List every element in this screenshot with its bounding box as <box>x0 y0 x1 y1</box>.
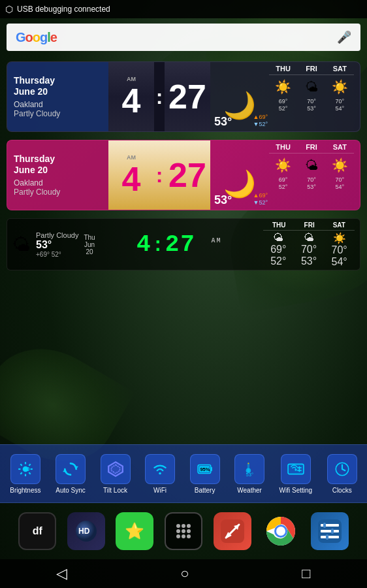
svg-rect-52 <box>323 523 326 528</box>
widget1-weather-temp: 🌙 53° ▲69° ▼52° <box>210 62 269 131</box>
brightness-icon: 10 <box>17 461 34 478</box>
dock-app-chrome[interactable] <box>262 512 300 550</box>
weather-label: Weather <box>237 487 262 494</box>
widget1-divider: : <box>154 62 165 131</box>
nav-bar: ◁ ○ □ <box>0 559 367 588</box>
svg-rect-50 <box>321 530 339 532</box>
weather-widget-dark[interactable]: Thursday June 20 Oakland Partly Cloudy A… <box>7 61 360 132</box>
svg-point-33 <box>187 524 191 528</box>
widget3-forecast: THU FRI SAT 🌤69°52° 🌤70°53° ☀️70°54° <box>263 221 355 268</box>
home-button[interactable]: ○ <box>167 560 202 587</box>
svg-line-5 <box>20 464 22 465</box>
status-bar-text: USB debugging connected <box>17 5 110 14</box>
toolbar-clocks[interactable]: Clocks <box>327 454 357 494</box>
dock-app-df[interactable]: df <box>18 512 56 550</box>
widget2-left: Thursday June 20 Oakland Partly Cloudy <box>7 140 108 210</box>
svg-line-28 <box>342 469 345 470</box>
chrome-icon <box>265 515 296 547</box>
tiltlock-label: Tilt Lock <box>103 487 127 494</box>
mic-icon[interactable]: 🎤 <box>337 30 351 44</box>
dock-app-hd[interactable]: HD <box>67 512 105 550</box>
clocks-icon-wrap <box>327 454 357 484</box>
battery-icon-wrap: 95% <box>190 454 220 484</box>
svg-marker-11 <box>63 469 67 472</box>
bottom-toolbar: 10 Brightness Auto Sync <box>0 444 367 503</box>
weather-icon-wrap: 53° <box>234 454 264 484</box>
weather-toolbar-icon: 53° <box>241 461 258 478</box>
battery-icon: 95% <box>197 461 214 478</box>
wifsetting-label: Wifi Setting <box>279 487 313 494</box>
toolbar-autosync[interactable]: Auto Sync <box>56 454 86 494</box>
google-logo: Google <box>16 30 57 45</box>
tiltlock-icon-wrap <box>101 454 131 484</box>
widget2-desc: Partly Cloudy <box>14 188 102 197</box>
svg-point-36 <box>187 529 191 533</box>
svg-text:53°: 53° <box>246 471 253 477</box>
dock-app-rocket[interactable] <box>214 512 251 550</box>
autosync-icon-wrap <box>56 454 86 484</box>
svg-text:10: 10 <box>24 465 30 472</box>
widget1-minute-block: 27 <box>165 62 210 131</box>
svg-point-39 <box>187 534 191 538</box>
toolbar-tiltlock[interactable]: Tilt Lock <box>101 454 131 494</box>
usb-icon: ⬡ <box>5 4 13 14</box>
dock-allapps[interactable] <box>165 512 202 550</box>
hd-icon: HD <box>74 519 98 543</box>
widget1-hour-block: AM 4 <box>108 62 154 131</box>
autosync-icon <box>62 461 79 478</box>
status-bar: ⬡ USB debugging connected <box>0 0 367 18</box>
widget3-hour: 4 <box>136 231 152 258</box>
svg-rect-54 <box>326 534 328 540</box>
toolbar-battery[interactable]: 95% Battery <box>190 454 220 494</box>
svg-rect-14 <box>210 466 212 471</box>
svg-point-31 <box>176 524 180 528</box>
weather-widget-pink[interactable]: Thursday June 20 Oakland Partly Cloudy A… <box>7 140 360 210</box>
widget1-day: Thursday June 20 <box>14 75 102 97</box>
widgets-container: Thursday June 20 Oakland Partly Cloudy A… <box>0 56 367 276</box>
svg-point-35 <box>182 529 185 533</box>
back-button[interactable]: ◁ <box>43 560 80 587</box>
svg-point-37 <box>176 534 180 538</box>
dock-app-star[interactable]: ⭐ <box>116 512 153 550</box>
widget1-desc: Partly Cloudy <box>14 109 102 118</box>
widget2-divider: : <box>154 140 165 210</box>
star-icon: ⭐ <box>125 522 144 540</box>
toolbar-wifsetting[interactable]: Wifi Setting <box>279 454 313 494</box>
clocks-icon <box>334 461 351 478</box>
widget2-city: Oakland <box>14 178 102 188</box>
widget2-weather-temp: 🌙 53° ▲69° ▼52° <box>210 140 269 210</box>
toolbar-weather[interactable]: 53° Weather <box>234 454 264 494</box>
wifsetting-icon-wrap <box>281 454 311 484</box>
widget1-forecast: THU FRI SAT ☀️ 🌤 ☀️ 69°52° 70°53° 70°54° <box>269 62 354 131</box>
widget2-day: Thursday June 20 <box>14 154 102 176</box>
svg-rect-51 <box>321 536 339 538</box>
widget3-date: Thu Jun 20 <box>84 234 95 255</box>
svg-line-6 <box>29 472 30 474</box>
dock-app-settings[interactable] <box>311 512 349 550</box>
svg-point-32 <box>182 524 185 528</box>
svg-rect-19 <box>247 463 249 464</box>
allapps-icon <box>173 521 194 542</box>
widget2-forecast: THU FRI SAT ☀️ 🌤 ☀️ 69°52° 70°53° 70°54° <box>269 140 354 210</box>
svg-point-12 <box>159 472 161 474</box>
battery-label: Battery <box>195 487 215 494</box>
svg-line-7 <box>20 472 22 474</box>
svg-point-22 <box>295 468 296 470</box>
toolbar-brightness[interactable]: 10 Brightness <box>10 454 40 494</box>
wifsetting-icon <box>287 461 304 478</box>
widget1-left: Thursday June 20 Oakland Partly Cloudy <box>7 62 108 131</box>
toolbar-wifi[interactable]: WiFi <box>145 454 175 494</box>
widget2-hour-block: AM 4 <box>108 140 154 210</box>
svg-point-38 <box>182 534 185 538</box>
recent-button[interactable]: □ <box>289 560 323 587</box>
widget1-city: Oakland <box>14 100 102 109</box>
svg-marker-10 <box>74 466 78 468</box>
autosync-label: Auto Sync <box>56 487 86 494</box>
svg-point-47 <box>276 527 285 536</box>
rocket-icon <box>221 519 244 543</box>
search-bar[interactable]: Google 🎤 <box>7 24 360 51</box>
app-dock: df HD ⭐ <box>0 503 367 559</box>
weather-widget-small[interactable]: 🌤 Partly Cloudy 53° +69° 52° Thu Jun 20 … <box>7 218 360 270</box>
clocks-label: Clocks <box>332 487 352 494</box>
widget2-minute-block: 27 <box>165 140 210 210</box>
